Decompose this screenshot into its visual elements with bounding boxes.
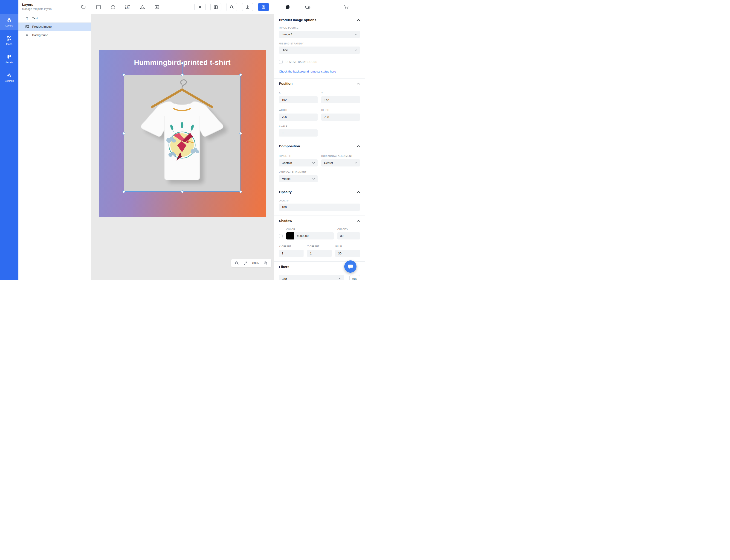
selection-handle-top-right[interactable] bbox=[239, 73, 242, 76]
tshirt-mockup-image bbox=[124, 75, 241, 192]
panel-subtitle: Manage template layers bbox=[22, 7, 87, 11]
image-fit-select[interactable]: Contain bbox=[279, 159, 318, 166]
triangle-tool-button[interactable] bbox=[140, 5, 145, 10]
remove-background-label: REMOVE BACKGROUND bbox=[286, 61, 318, 63]
missing-strategy-select[interactable]: Hide bbox=[279, 47, 360, 54]
selection-handle-middle-right[interactable] bbox=[239, 132, 242, 135]
sidebar-item-settings[interactable]: Settings bbox=[0, 70, 18, 85]
folder-icon[interactable] bbox=[81, 4, 86, 10]
selection-handle-bottom-right[interactable] bbox=[239, 190, 242, 193]
x-input[interactable] bbox=[279, 96, 318, 103]
sidebar-item-icons[interactable]: Icons bbox=[0, 33, 18, 48]
zoom-out-button[interactable] bbox=[235, 261, 239, 265]
image-source-select[interactable]: Image 1 bbox=[279, 31, 360, 38]
height-input[interactable] bbox=[321, 114, 360, 121]
selection-handle-top-left[interactable] bbox=[122, 73, 125, 76]
layer-label: Background bbox=[32, 33, 48, 37]
board-button[interactable] bbox=[210, 3, 221, 11]
add-filter-button[interactable]: Add bbox=[350, 275, 360, 280]
horizontal-alignment-select[interactable]: Center bbox=[321, 159, 360, 166]
selection-handle-bottom-left[interactable] bbox=[122, 190, 125, 193]
fit-screen-button[interactable] bbox=[243, 261, 248, 265]
angle-input[interactable] bbox=[279, 129, 318, 137]
chevron-up-icon[interactable] bbox=[357, 83, 360, 85]
layers-panel-header: Layers Manage template layers bbox=[18, 0, 91, 14]
vertical-alignment-select[interactable]: Middle bbox=[279, 175, 318, 182]
selection-handle-top-center[interactable] bbox=[181, 73, 184, 76]
section-product-image-options: Product image options IMAGE SOURCE Image… bbox=[274, 14, 365, 78]
filter-select[interactable]: Blur bbox=[279, 275, 344, 280]
section-shadow: Shadow COLOR OPACITY bbox=[274, 216, 365, 261]
shadow-x-offset-input[interactable] bbox=[279, 250, 304, 257]
inspector-panel: Product image options IMAGE SOURCE Image… bbox=[274, 0, 365, 280]
sidebar-item-assets[interactable]: Assets bbox=[0, 51, 18, 67]
opacity-input[interactable] bbox=[279, 204, 360, 211]
toggle-icon[interactable] bbox=[305, 4, 311, 10]
shadow-blur-input[interactable] bbox=[335, 250, 360, 257]
selection-handle-middle-left[interactable] bbox=[122, 132, 125, 135]
shadow-opacity-input[interactable] bbox=[338, 232, 360, 239]
sidebar-item-layers[interactable]: Layers bbox=[0, 14, 18, 30]
cart-icon[interactable] bbox=[344, 4, 349, 10]
width-label: WIDTH bbox=[279, 109, 287, 111]
section-position: Position X Y WIDTH HEIGHT ANGLE bbox=[274, 79, 365, 141]
layer-row-product-image[interactable]: Product Image bbox=[18, 23, 91, 31]
text-tool-button[interactable]: A bbox=[125, 5, 131, 10]
download-button[interactable] bbox=[242, 3, 253, 11]
canvas-toolbar: A bbox=[91, 0, 274, 14]
ellipse-tool-button[interactable] bbox=[111, 5, 116, 10]
image-icon bbox=[25, 25, 29, 29]
layers-icon bbox=[7, 17, 12, 23]
search-button[interactable] bbox=[226, 3, 237, 11]
image-tool-button[interactable] bbox=[154, 5, 160, 10]
background-removal-status-link[interactable]: Check the background removal status here bbox=[279, 70, 336, 73]
chevron-down-icon bbox=[312, 178, 315, 180]
canvas[interactable]: Hummingbird printed t-shirt bbox=[91, 14, 274, 280]
opacity-label: OPACITY bbox=[279, 199, 360, 202]
sidebar-item-label: Settings bbox=[5, 79, 14, 82]
toolbar-actions bbox=[195, 3, 269, 11]
chevron-up-icon[interactable] bbox=[357, 191, 360, 193]
layer-row-background[interactable]: Background bbox=[18, 31, 91, 39]
rotation-handle[interactable] bbox=[181, 62, 184, 64]
section-title: Opacity bbox=[279, 190, 292, 194]
shadow-y-offset-input[interactable] bbox=[307, 250, 332, 257]
artboard[interactable]: Hummingbird printed t-shirt bbox=[99, 50, 266, 217]
chevron-up-icon[interactable] bbox=[357, 220, 360, 222]
selection-handle-bottom-center[interactable] bbox=[181, 190, 184, 193]
chevron-down-icon bbox=[339, 278, 342, 280]
shadow-color-input[interactable] bbox=[294, 232, 334, 239]
shadow-color-swatch[interactable] bbox=[286, 232, 294, 239]
selection-box[interactable] bbox=[124, 75, 241, 192]
y-input[interactable] bbox=[321, 96, 360, 103]
chevron-down-icon bbox=[355, 162, 357, 164]
shadow-enable-checkbox[interactable] bbox=[279, 234, 283, 238]
text-icon: T bbox=[25, 17, 29, 20]
image-fit-label: IMAGE FIT bbox=[279, 155, 292, 157]
image-source-value: Image 1 bbox=[282, 32, 293, 36]
mockup-icon[interactable] bbox=[285, 4, 291, 10]
section-opacity: Opacity OPACITY bbox=[274, 187, 365, 216]
shadow-y-offset-label: Y-OFFSET bbox=[307, 245, 320, 248]
chevron-down-icon bbox=[355, 33, 357, 35]
chat-launcher-button[interactable] bbox=[344, 260, 357, 273]
section-title: Shadow bbox=[279, 219, 292, 223]
chevron-up-icon[interactable] bbox=[357, 145, 360, 147]
remove-background-checkbox[interactable] bbox=[279, 60, 283, 64]
missing-strategy-value: Hide bbox=[282, 48, 288, 52]
shadow-blur-label: BLUR bbox=[335, 245, 342, 248]
layer-label: Text bbox=[32, 17, 38, 20]
chevron-up-icon[interactable] bbox=[357, 19, 360, 21]
vertical-alignment-value: Middle bbox=[282, 177, 291, 181]
nav-rail: Layers Icons Assets Settings bbox=[0, 0, 18, 280]
save-button[interactable] bbox=[258, 3, 269, 11]
height-label: HEIGHT bbox=[321, 109, 331, 111]
image-fit-value: Contain bbox=[282, 161, 292, 165]
product-image-layer[interactable] bbox=[124, 75, 241, 192]
zoom-in-button[interactable] bbox=[263, 261, 268, 265]
width-input[interactable] bbox=[279, 114, 318, 121]
close-button[interactable] bbox=[195, 3, 206, 11]
vertical-alignment-label: VERTICAL ALIGNMENT bbox=[279, 171, 360, 174]
rectangle-tool-button[interactable] bbox=[96, 5, 101, 10]
layer-row-text[interactable]: T Text bbox=[18, 14, 91, 23]
